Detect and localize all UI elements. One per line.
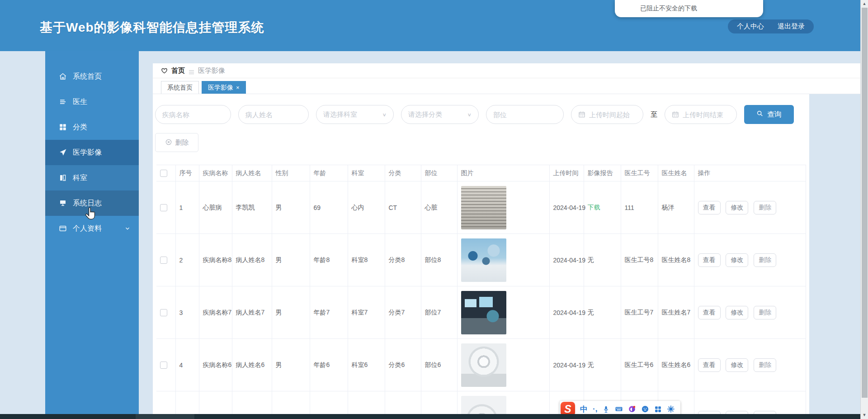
punctuation-icon[interactable]: ·, [593, 405, 597, 414]
upload-date-start-picker[interactable] [571, 105, 643, 124]
taskbar-segment [136, 414, 194, 419]
view-button[interactable]: 查看 [698, 411, 721, 414]
row-checkbox[interactable] [160, 362, 167, 369]
app-title: 基于Web的影像科智能信息挂管理系统 [40, 19, 264, 36]
edit-button[interactable]: 修改 [726, 253, 748, 267]
sidebar-item-label: 医学影像 [73, 148, 102, 157]
view-button[interactable]: 查看 [698, 201, 721, 214]
emoji-icon[interactable] [641, 405, 649, 413]
table-row: 4 疾病名称6 病人姓名6 男 年龄6 科室6 分类6 部位6 2024-04-… [156, 339, 806, 391]
breadcrumb-current: 医学影像 [198, 67, 225, 75]
book-icon [59, 174, 67, 182]
logout-link[interactable]: 退出登录 [778, 22, 805, 31]
patient-name-input[interactable] [245, 111, 302, 119]
chevron-down-icon: ∨ [467, 112, 472, 117]
report-document-photo[interactable] [461, 186, 506, 229]
download-blocked-notification[interactable]: 已阻止不安全的下载 [615, 0, 763, 17]
sidebar-item-label: 医生 [73, 97, 87, 107]
sidebar-item-doctors[interactable]: 医生 [45, 89, 139, 114]
calendar-icon [672, 111, 679, 118]
breadcrumb-separator-icon [189, 68, 194, 73]
view-button[interactable]: 查看 [698, 358, 721, 372]
col-part: 部位 [421, 165, 457, 181]
scrollbar-thumb[interactable] [862, 8, 868, 398]
edit-button[interactable]: 修改 [726, 306, 748, 319]
delete-button[interactable]: 删除 [754, 358, 776, 372]
sidebar: 系统首页 医生 分类 医学影像 科室 [45, 51, 139, 414]
medical-images-table: 序号 疾病名称 病人姓名 性别 年龄 科室 分类 部位 图片 上传时间 影像报告… [156, 165, 806, 414]
search-icon [756, 110, 764, 119]
view-button[interactable]: 查看 [698, 306, 721, 319]
download-report-link[interactable]: 下载 [588, 204, 600, 211]
sidebar-item-label: 分类 [73, 123, 87, 132]
upload-date-end-picker[interactable] [665, 105, 737, 124]
col-patient: 病人姓名 [232, 165, 272, 181]
patient-name-field[interactable] [238, 105, 309, 124]
table-row: 2 疾病名称8 病人姓名8 男 年龄8 科室8 分类8 部位8 2024-04-… [156, 234, 806, 286]
delete-button[interactable]: 删除 [754, 201, 776, 214]
row-checkbox[interactable] [160, 257, 167, 264]
select-all-checkbox[interactable] [160, 170, 167, 177]
disease-name-input[interactable] [162, 111, 224, 119]
delete-button[interactable]: 删除 [754, 306, 776, 319]
sidebar-item-system-home[interactable]: 系统首页 [45, 64, 139, 89]
disease-name-field[interactable] [155, 105, 231, 124]
upload-date-start-input[interactable] [589, 111, 636, 119]
skin-icon[interactable] [628, 405, 636, 413]
sidebar-item-medical-images[interactable]: 医学影像 [45, 140, 139, 165]
col-actions: 操作 [694, 165, 806, 181]
scroll-up-arrow[interactable]: ▲ [861, 0, 868, 8]
scroll-down-arrow[interactable]: ▼ [861, 411, 868, 419]
sidebar-item-label: 系统日志 [73, 199, 102, 208]
home-icon [59, 72, 67, 81]
sidebar-item-categories[interactable]: 分类 [45, 114, 139, 140]
content-card: 请选择科室 ∨ 请选择分类 ∨ 至 [153, 94, 809, 414]
operating-room-photo[interactable] [461, 238, 506, 282]
circle-x-icon [165, 138, 172, 147]
view-button[interactable]: 查看 [698, 253, 721, 267]
row-checkbox[interactable] [160, 204, 167, 211]
delete-button[interactable]: 删除 [754, 253, 776, 267]
col-report: 影像报告 [584, 165, 621, 181]
vertical-scrollbar[interactable]: ▲ ▼ [860, 0, 868, 419]
category-select[interactable]: 请选择分类 ∨ [401, 105, 479, 124]
body-part-field[interactable] [486, 105, 564, 124]
tab-system-home[interactable]: 系统首页 [161, 81, 199, 94]
sidebar-item-label: 个人资料 [73, 224, 102, 233]
col-seq: 序号 [175, 165, 199, 181]
settings-gear-icon[interactable] [667, 405, 675, 413]
tab-medical-images[interactable]: 医学影像 × [202, 81, 246, 94]
body-part-input[interactable] [493, 111, 557, 119]
table-row: 3 疾病名称7 病人姓名7 男 年龄7 科室7 分类7 部位7 2024-04-… [156, 286, 806, 339]
monitor-icon [59, 199, 67, 207]
list-icon [59, 98, 67, 106]
edit-button[interactable]: 修改 [726, 411, 748, 414]
chevron-down-icon: ∨ [382, 112, 387, 117]
filter-bar: 请选择科室 ∨ 请选择分类 ∨ 至 [155, 105, 794, 124]
batch-delete-button[interactable]: 删除 [155, 133, 198, 152]
edit-button[interactable]: 修改 [726, 358, 748, 372]
edit-button[interactable]: 修改 [726, 201, 748, 214]
radiology-workstation-photo[interactable] [461, 291, 506, 334]
ct-scanner-photo[interactable] [461, 343, 506, 387]
sidebar-item-departments[interactable]: 科室 [45, 165, 139, 190]
search-button[interactable]: 查询 [744, 105, 794, 124]
department-select[interactable]: 请选择科室 ∨ [316, 105, 394, 124]
chinese-mode-icon[interactable]: 中 [580, 404, 588, 414]
chevron-down-icon [124, 225, 131, 232]
table-row: 1 心脏病 李凯凯 男 69 心内 CT 心脏 2024-04-19 下载 11… [156, 181, 806, 234]
upload-date-end-input[interactable] [683, 111, 730, 119]
mic-icon[interactable] [602, 405, 610, 413]
row-checkbox[interactable] [160, 309, 167, 316]
send-icon [59, 148, 67, 157]
breadcrumb-home[interactable]: 首页 [171, 67, 185, 75]
app-window: 基于Web的影像科智能信息挂管理系统 个人中心 退出登录 已阻止不安全的下载 系… [0, 0, 868, 419]
delete-button[interactable]: 删除 [754, 411, 776, 414]
toolbox-icon[interactable] [654, 405, 662, 413]
ct-scanner-photo[interactable] [461, 396, 506, 414]
tab-close-icon[interactable]: × [236, 85, 240, 90]
profile-center-link[interactable]: 个人中心 [737, 22, 764, 31]
keyboard-icon[interactable] [615, 405, 623, 413]
date-range-to-label: 至 [651, 110, 657, 119]
bottom-taskbar-edge [0, 414, 860, 419]
